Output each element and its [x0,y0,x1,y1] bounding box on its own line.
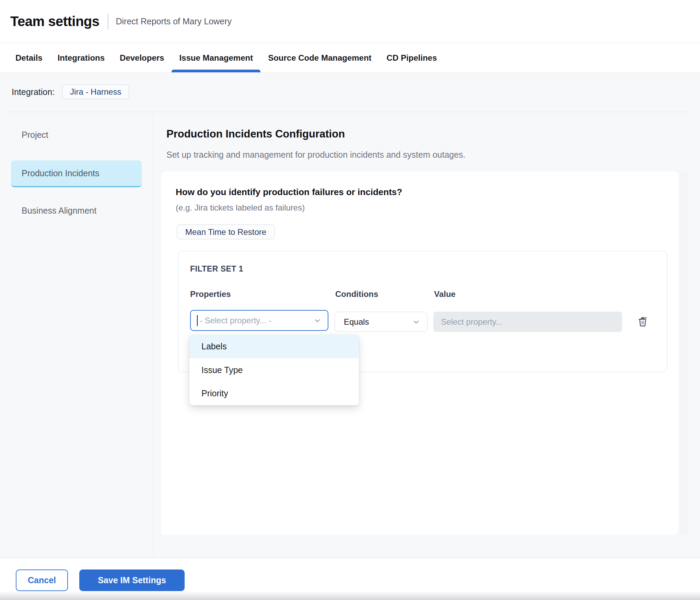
sidebar-divider [153,112,154,557]
chevron-down-icon [412,318,420,326]
properties-select[interactable]: - Select property... - [190,310,328,331]
conditions-column-label: Conditions [335,289,378,299]
tab-integrations-label: Integrations [58,53,105,63]
section-subtitle: Set up tracking and management for produ… [166,150,465,160]
dropdown-option-priority[interactable]: Priority [189,382,359,405]
tab-source-code-management-label: Source Code Management [268,53,371,63]
properties-placeholder: - Select property... - [200,316,313,325]
value-input[interactable] [433,312,622,332]
properties-column-label: Properties [190,289,231,299]
title-divider [108,14,108,29]
tab-details-label: Details [15,53,43,63]
chevron-down-icon [313,316,322,325]
value-column-label: Value [434,289,456,299]
conditions-select[interactable]: Equals [335,312,428,332]
tab-developers-label: Developers [120,53,164,63]
dropdown-option-issue-type[interactable]: Issue Type [189,358,359,382]
cancel-button[interactable]: Cancel [16,569,68,591]
tab-details[interactable]: Details [8,43,50,72]
team-settings-page: Team settings Direct Reports of Mary Low… [0,0,700,600]
action-footer: Cancel Save IM Settings [0,557,700,600]
save-im-settings-button[interactable]: Save IM Settings [79,569,185,591]
mean-time-to-restore-chip[interactable]: Mean Time to Restore [177,225,275,239]
page-header: Team settings Direct Reports of Mary Low… [0,0,700,43]
tab-cd-pipelines[interactable]: CD Pipelines [379,43,445,72]
filter-set-card: FILTER SET 1 Properties Conditions Value… [178,251,667,372]
conditions-selected-value: Equals [344,317,412,327]
trash-icon [636,314,650,327]
tab-issue-management-label: Issue Management [179,53,253,63]
tab-source-code-management[interactable]: Source Code Management [260,43,379,72]
integration-label: Integration: [12,87,55,97]
text-cursor [197,315,198,326]
tab-developers[interactable]: Developers [112,43,172,72]
card-scrollbar[interactable] [680,171,688,535]
config-question: How do you identify production failures … [176,187,402,197]
section-divider [9,112,691,112]
properties-dropdown-menu: Labels Issue Type Priority [189,335,359,405]
settings-tab-bar: Details Integrations Developers Issue Ma… [0,43,700,73]
sidebar-item-business-alignment[interactable]: Business Alignment [22,206,96,216]
sidebar-item-production-incidents[interactable]: Production Incidents [11,160,142,187]
config-question-hint: (e.g. Jira tickets labeled as failures) [176,203,305,213]
tab-cd-pipelines-label: CD Pipelines [387,53,437,63]
sidebar-item-label: Production Incidents [22,168,100,178]
active-tab-indicator [172,70,260,72]
tab-issue-management[interactable]: Issue Management [172,43,260,72]
delete-filter-button[interactable] [634,312,651,329]
integration-row: Integration: Jira - Harness [12,82,129,101]
section-title: Production Incidents Configuration [166,128,345,140]
sidebar-item-project[interactable]: Project [22,130,48,140]
page-title: Team settings [10,14,100,29]
dropdown-option-labels[interactable]: Labels [189,335,359,358]
tab-integrations[interactable]: Integrations [50,43,112,72]
team-name-subtitle: Direct Reports of Mary Lowery [116,16,232,26]
filter-set-title: FILTER SET 1 [190,264,243,274]
integration-chip[interactable]: Jira - Harness [62,85,129,99]
settings-content: Integration: Jira - Harness Project Prod… [0,73,700,557]
incidents-config-card: How do you identify production failures … [161,171,678,535]
